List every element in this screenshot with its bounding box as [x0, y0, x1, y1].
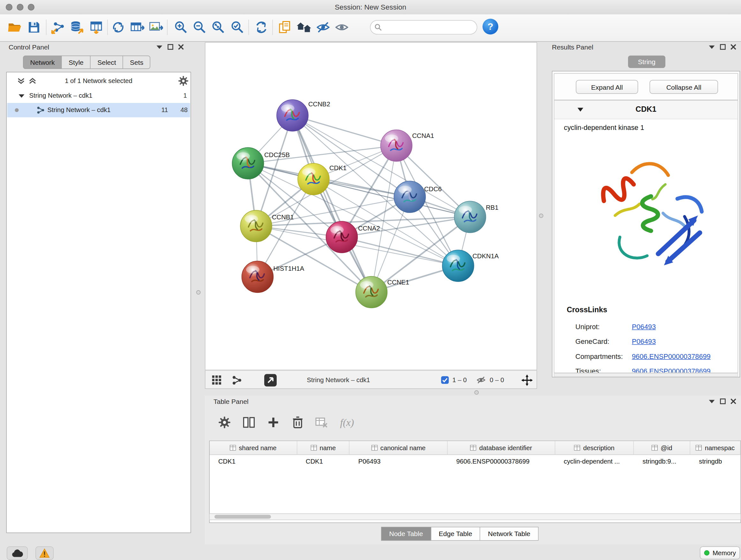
- save-session-button[interactable]: [25, 19, 43, 36]
- results-scrollbar[interactable]: [554, 373, 738, 377]
- gear-icon[interactable]: [178, 76, 189, 86]
- help-button[interactable]: ?: [482, 19, 498, 35]
- table-settings-button[interactable]: [215, 413, 234, 432]
- import-table-button[interactable]: [88, 19, 105, 36]
- create-column-button[interactable]: [264, 413, 283, 432]
- node-CDK1[interactable]: [298, 164, 329, 195]
- table-horizontal-scrollbar[interactable]: [209, 513, 741, 520]
- import-network-database-button[interactable]: [68, 19, 85, 36]
- tab-sets[interactable]: Sets: [123, 56, 151, 69]
- table-cell[interactable]: stringdb:9...: [634, 455, 690, 468]
- table-cell[interactable]: cyclin-dependent ...: [555, 455, 634, 468]
- column-header-name[interactable]: name: [297, 441, 350, 455]
- node-CCNB1[interactable]: [240, 210, 272, 242]
- node-CCNA2[interactable]: [326, 221, 358, 253]
- close-panel-icon[interactable]: [731, 398, 736, 404]
- node-HIST1H1A[interactable]: [242, 261, 273, 293]
- node-CCNA1[interactable]: [381, 130, 412, 162]
- tab-style[interactable]: Style: [62, 56, 91, 69]
- column-header-description[interactable]: description: [555, 441, 634, 455]
- cloud-status-button[interactable]: [7, 547, 28, 560]
- expand-all-button[interactable]: Expand All: [576, 80, 638, 94]
- crosslink-value-link[interactable]: 9606.ENSP00000378699: [632, 367, 711, 373]
- tab-edge-table[interactable]: Edge Table: [430, 527, 480, 541]
- zoom-out-button[interactable]: [191, 19, 208, 36]
- collapse-panel-icon[interactable]: [156, 45, 163, 50]
- collapse-panel-icon[interactable]: [709, 45, 715, 50]
- new-network-button[interactable]: [110, 19, 127, 36]
- network-row-selected[interactable]: String Network – cdk1 11 48: [7, 103, 190, 118]
- table-row[interactable]: CDK1CDK1P064939606.ENSP00000378699cyclin…: [210, 455, 741, 468]
- collapse-all-button[interactable]: Collapse All: [650, 80, 718, 94]
- first-neighbors-button[interactable]: [295, 19, 313, 36]
- float-panel-icon[interactable]: [167, 44, 173, 50]
- warnings-button[interactable]: [36, 547, 54, 560]
- float-panel-icon[interactable]: [720, 398, 726, 404]
- scrollbar-thumb[interactable]: [214, 515, 271, 519]
- protein-card-header[interactable]: CDK1: [554, 101, 738, 119]
- zoom-in-button[interactable]: [172, 19, 190, 36]
- export-table-button[interactable]: [129, 19, 146, 36]
- horizontal-splitter-handle[interactable]: [475, 390, 479, 395]
- node-CDC25B[interactable]: [232, 147, 264, 179]
- search-input[interactable]: [385, 23, 473, 32]
- tab-string[interactable]: String: [628, 56, 665, 68]
- grid-view-button[interactable]: [212, 371, 222, 389]
- node-CCNE1[interactable]: [356, 276, 387, 308]
- checkbox-icon[interactable]: [441, 376, 449, 384]
- table-cell[interactable]: P06493: [350, 455, 448, 468]
- column-type-icon: [311, 445, 317, 451]
- table-cell[interactable]: CDK1: [297, 455, 350, 468]
- crosslink-value-link[interactable]: P06493: [632, 337, 656, 345]
- network-collection-row[interactable]: String Network – cdk1 1: [7, 89, 190, 103]
- open-session-button[interactable]: [6, 19, 23, 36]
- tab-network-table[interactable]: Network Table: [480, 527, 539, 541]
- delete-column-button[interactable]: [288, 413, 307, 432]
- node-CDC6[interactable]: [394, 181, 426, 212]
- node-CCNB2[interactable]: [277, 100, 308, 131]
- show-columns-button[interactable]: [239, 413, 259, 432]
- detach-view-button[interactable]: [264, 371, 277, 389]
- refresh-view-button[interactable]: [253, 19, 270, 36]
- column-header-canonical-name[interactable]: canonical name: [350, 441, 448, 455]
- hide-selected-button[interactable]: [315, 19, 332, 36]
- edge-CDC6-CCNB1[interactable]: [256, 197, 410, 226]
- zoom-selected-button[interactable]: [229, 19, 246, 36]
- edge-CCNB2-CCNA1[interactable]: [293, 116, 397, 146]
- crosslink-value-link[interactable]: 9606.ENSP00000378699: [632, 352, 711, 360]
- show-all-button[interactable]: [333, 19, 350, 36]
- network-view-share-button[interactable]: [232, 371, 242, 389]
- network-canvas[interactable]: CCNB2CCNA1CDC25BCDK1CDC6RB1CCNB1CCNA2CDK…: [205, 42, 537, 370]
- crosslink-value-link[interactable]: P06493: [632, 322, 656, 330]
- close-panel-icon[interactable]: [731, 44, 736, 50]
- float-panel-icon[interactable]: [720, 44, 726, 50]
- function-builder-button[interactable]: f(x): [338, 413, 357, 432]
- collapse-panel-icon[interactable]: [709, 399, 715, 404]
- tree-expand-icon[interactable]: [19, 94, 24, 98]
- node-RB1[interactable]: [455, 201, 486, 233]
- tab-network[interactable]: Network: [23, 56, 62, 69]
- delete-table-button[interactable]: [312, 413, 331, 432]
- vertical-splitter-handle[interactable]: [196, 290, 201, 295]
- clone-network-button[interactable]: [276, 19, 293, 36]
- zoom-fit-button[interactable]: [210, 19, 227, 36]
- edge-CCNB2-CCNE1[interactable]: [293, 116, 372, 293]
- import-network-file-button[interactable]: [50, 19, 67, 36]
- vertical-splitter-handle[interactable]: [539, 213, 543, 218]
- table-cell[interactable]: 9606.ENSP00000378699: [448, 455, 555, 468]
- table-cell[interactable]: CDK1: [210, 455, 297, 468]
- column-header--id[interactable]: @id: [634, 441, 690, 455]
- column-header-shared-name[interactable]: shared name: [210, 441, 297, 455]
- tab-select[interactable]: Select: [90, 56, 123, 69]
- memory-button[interactable]: Memory: [700, 547, 740, 560]
- close-panel-icon[interactable]: [178, 44, 184, 50]
- node-CDKN1A[interactable]: [442, 250, 474, 282]
- column-header-database-identifier[interactable]: database identifier: [448, 441, 555, 455]
- export-image-button[interactable]: [147, 19, 165, 36]
- column-header-namespac[interactable]: namespac: [690, 441, 740, 455]
- tab-node-table[interactable]: Node Table: [381, 527, 431, 541]
- table-cell[interactable]: stringdb: [690, 455, 740, 468]
- birdseye-toggle-button[interactable]: [522, 371, 533, 389]
- column-type-icon: [696, 445, 702, 451]
- node-label-CDC25B: CDC25B: [264, 151, 290, 159]
